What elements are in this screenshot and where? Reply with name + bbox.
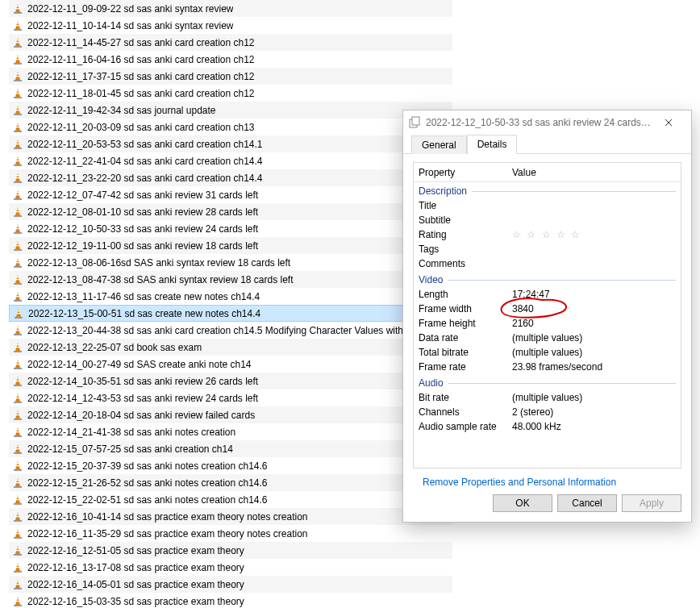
svg-rect-67 bbox=[14, 283, 22, 285]
close-icon[interactable] bbox=[651, 110, 686, 135]
file-row[interactable]: 2022-12-15_07-57-25 sd sas anki creation… bbox=[9, 440, 452, 457]
row-data-rate[interactable]: Data rate(multiple values) bbox=[414, 331, 681, 345]
svg-rect-74 bbox=[17, 313, 21, 314]
row-total-bitrate[interactable]: Total bitrate(multiple values) bbox=[414, 345, 681, 360]
svg-rect-6 bbox=[16, 25, 20, 26]
svg-rect-99 bbox=[14, 419, 22, 420]
vlc-cone-icon bbox=[12, 20, 23, 31]
vlc-cone-icon bbox=[12, 37, 23, 48]
vlc-cone-icon bbox=[12, 325, 23, 336]
file-row[interactable]: 2022-12-16_13-17-08 sd sas practice exam… bbox=[9, 559, 452, 576]
svg-rect-41 bbox=[16, 175, 19, 176]
svg-rect-62 bbox=[16, 262, 20, 263]
row-frame-rate[interactable]: Frame rate23.98 frames/second bbox=[414, 360, 681, 374]
vlc-cone-icon bbox=[12, 444, 23, 455]
vlc-cone-icon bbox=[12, 291, 23, 302]
svg-rect-89 bbox=[16, 378, 19, 379]
file-row[interactable]: 2022-12-16_11-35-29 sd sas practice exam… bbox=[9, 525, 452, 542]
svg-rect-53 bbox=[16, 226, 19, 227]
file-row[interactable]: 2022-12-15_21-26-52 sd sas anki notes cr… bbox=[9, 474, 452, 491]
file-row[interactable]: 2022-12-12_19-11-00 sd sas anki review 1… bbox=[9, 237, 452, 254]
tab-general[interactable]: General bbox=[411, 135, 467, 154]
row-frame-width[interactable]: Frame width3840 bbox=[414, 302, 681, 316]
file-row[interactable]: 2022-12-11_18-01-45 sd sas anki card cre… bbox=[9, 85, 452, 102]
file-row[interactable]: 2022-12-15_20-37-39 sd sas anki notes cr… bbox=[9, 457, 452, 474]
file-row[interactable]: 2022-12-13_08-47-38 sd SAS anki syntax r… bbox=[9, 271, 452, 288]
file-row[interactable]: 2022-12-11_10-14-14 sd sas anki syntax r… bbox=[9, 17, 452, 34]
cancel-button[interactable]: Cancel bbox=[557, 494, 617, 512]
svg-rect-131 bbox=[14, 554, 22, 556]
file-row[interactable]: 2022-12-11_19-42-34 sd sas journal updat… bbox=[9, 102, 452, 119]
file-row[interactable]: 2022-12-11_14-45-27 sd sas anki card cre… bbox=[9, 34, 452, 51]
properties-dialog: 2022-12-12_10-50-33 sd sas anki review 2… bbox=[402, 110, 692, 523]
row-length[interactable]: Length17:24:47 bbox=[414, 287, 681, 302]
row-channels[interactable]: Channels2 (stereo) bbox=[414, 405, 681, 419]
vlc-cone-icon bbox=[12, 410, 23, 421]
file-row[interactable]: 2022-12-13_08-06-16sd SAS anki syntax re… bbox=[9, 254, 452, 271]
file-row[interactable]: 2022-12-12_07-47-42 sd sas anki review 3… bbox=[9, 186, 452, 203]
file-row[interactable]: 2022-12-12_08-01-10 sd sas anki review 2… bbox=[9, 203, 452, 220]
row-title[interactable]: Title bbox=[414, 198, 681, 213]
svg-rect-66 bbox=[16, 279, 20, 280]
file-name-label: 2022-12-16_14-05-01 sd sas practice exam… bbox=[27, 579, 244, 590]
vlc-cone-icon bbox=[12, 88, 23, 99]
file-row[interactable]: 2022-12-15_22-02-51 sd sas anki notes cr… bbox=[9, 491, 452, 508]
tab-details[interactable]: Details bbox=[467, 135, 518, 154]
svg-rect-142 bbox=[16, 601, 20, 602]
svg-rect-126 bbox=[16, 533, 20, 534]
row-bit-rate[interactable]: Bit rate(multiple values) bbox=[414, 390, 681, 405]
row-tags[interactable]: Tags bbox=[414, 242, 681, 256]
svg-rect-135 bbox=[14, 571, 22, 573]
file-name-label: 2022-12-11_19-42-34 sd sas journal updat… bbox=[27, 105, 216, 116]
row-frame-height[interactable]: Frame height2160 bbox=[414, 316, 681, 331]
svg-rect-38 bbox=[16, 160, 20, 161]
file-row[interactable]: 2022-12-16_15-03-35 sd sas practice exam… bbox=[9, 593, 452, 608]
file-row[interactable]: 2022-12-13_20-44-38 sd sas anki card cre… bbox=[9, 322, 452, 339]
file-row[interactable]: 2022-12-13_11-17-46 sd sas create new no… bbox=[9, 288, 452, 305]
row-subtitle[interactable]: Subtitle bbox=[414, 213, 681, 227]
file-row[interactable]: 2022-12-11_16-04-16 sd sas anki card cre… bbox=[9, 51, 452, 68]
file-row[interactable]: 2022-12-16_14-05-01 sd sas practice exam… bbox=[9, 576, 452, 593]
file-row[interactable]: 2022-12-11_23-22-20 sd sas anki card cre… bbox=[9, 169, 452, 186]
ok-button[interactable]: OK bbox=[493, 494, 552, 512]
svg-rect-81 bbox=[16, 344, 19, 345]
row-comments[interactable]: Comments bbox=[414, 256, 681, 271]
vlc-cone-icon bbox=[12, 274, 23, 285]
remove-properties-link[interactable]: Remove Properties and Personal Informati… bbox=[423, 477, 616, 488]
svg-rect-139 bbox=[14, 588, 22, 589]
file-row[interactable]: 2022-12-14_12-43-53 sd sas anki review 2… bbox=[9, 389, 452, 406]
svg-rect-69 bbox=[16, 294, 19, 294]
svg-rect-121 bbox=[16, 514, 19, 514]
svg-rect-30 bbox=[16, 127, 20, 127]
file-row[interactable]: 2022-12-12_10-50-33 sd sas anki review 2… bbox=[9, 220, 452, 237]
svg-rect-103 bbox=[14, 435, 22, 437]
file-row[interactable]: 2022-12-13_15-00-51 sd sas create new no… bbox=[9, 305, 452, 322]
row-rating[interactable]: Rating☆ ☆ ☆ ☆ ☆ bbox=[414, 227, 681, 242]
file-row[interactable]: 2022-12-11_20-53-53 sd sas anki card cre… bbox=[9, 135, 452, 152]
file-row[interactable]: 2022-12-16_12-51-05 sd sas practice exam… bbox=[9, 542, 452, 559]
file-row[interactable]: 2022-12-13_22-25-07 sd book sas exam bbox=[9, 339, 452, 356]
properties-scroll[interactable]: Description Title Subtitle Rating☆ ☆ ☆ ☆… bbox=[414, 182, 681, 468]
header-value[interactable]: Value bbox=[509, 167, 681, 178]
file-row[interactable]: 2022-12-11_09-09-22 sd sas anki syntax r… bbox=[9, 0, 452, 17]
file-list[interactable]: 2022-12-11_09-09-22 sd sas anki syntax r… bbox=[9, 0, 452, 608]
file-row[interactable]: 2022-12-11_20-03-09 sd sas anki card cre… bbox=[9, 119, 452, 135]
header-property[interactable]: Property bbox=[414, 167, 509, 178]
svg-rect-107 bbox=[14, 452, 22, 454]
row-sample-rate[interactable]: Audio sample rate48.000 kHz bbox=[414, 419, 681, 434]
file-row[interactable]: 2022-12-11_22-41-04 sd sas anki card cre… bbox=[9, 152, 452, 169]
file-name-label: 2022-12-13_08-06-16sd SAS anki syntax re… bbox=[27, 257, 290, 269]
svg-rect-113 bbox=[16, 480, 19, 481]
file-row[interactable]: 2022-12-14_20-18-04 sd sas anki review f… bbox=[9, 406, 452, 423]
file-name-label: 2022-12-12_10-50-33 sd sas anki review 2… bbox=[27, 223, 258, 235]
svg-rect-17 bbox=[16, 73, 19, 74]
svg-rect-55 bbox=[14, 232, 22, 234]
file-name-label: 2022-12-13_08-47-38 sd SAS anki syntax r… bbox=[27, 274, 294, 285]
rating-stars-icon[interactable]: ☆ ☆ ☆ ☆ ☆ bbox=[509, 229, 681, 240]
file-row[interactable]: 2022-12-14_10-35-51 sd sas anki review 2… bbox=[9, 373, 452, 389]
file-row[interactable]: 2022-12-14_21-41-38 sd sas anki notes cr… bbox=[9, 423, 452, 440]
file-row[interactable]: 2022-12-16_10-41-14 sd sas practice exam… bbox=[9, 508, 452, 525]
file-row[interactable]: 2022-12-14_00-27-49 sd SAS create anki n… bbox=[9, 356, 452, 373]
file-row[interactable]: 2022-12-11_17-37-15 sd sas anki card cre… bbox=[9, 68, 452, 85]
dialog-titlebar[interactable]: 2022-12-12_10-50-33 sd sas anki review 2… bbox=[403, 110, 691, 135]
